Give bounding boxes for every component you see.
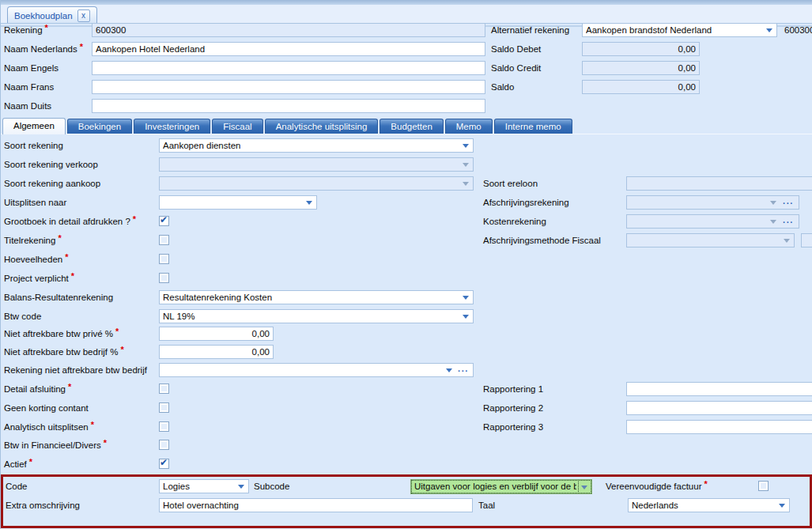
dropdown-arrow-icon (463, 182, 469, 186)
tab-bar: AlgemeenBoekingenInvesteringenFiscaalAna… (2, 119, 574, 134)
naam-engels-field[interactable] (92, 61, 485, 75)
soort-rekening-aankoop-dropdown (159, 176, 474, 191)
afschrijvingsmethode-label: Afschrijvingsmethode Fiscaal (483, 233, 601, 247)
extra-omschrijving-field[interactable] (159, 498, 473, 512)
subcode-label: Subcode (254, 479, 289, 493)
rapportering3-field[interactable] (626, 420, 812, 434)
analytisch-uitsplitsen-label: Analytisch uitsplitsen* (4, 420, 94, 434)
code-label: Code (6, 479, 28, 493)
balans-resultatenrekening-dropdown[interactable]: Resultatenrekening Kosten (159, 290, 474, 304)
soort-rekening-label: Soort rekening (4, 138, 63, 153)
afschrijvingsrekening-label: Afschrijvingsrekening (483, 195, 569, 210)
analytisch-uitsplitsen-checkbox[interactable] (159, 421, 169, 432)
afschrijvingsmethode-dropdown (626, 233, 795, 247)
required-asterisk: * (120, 345, 123, 354)
soort-rekening-dropdown[interactable]: Aankopen diensten (159, 138, 474, 153)
saldo-debet-field (582, 42, 700, 56)
document-tab-boekhoudplan[interactable]: Boekhoudplan x (7, 6, 97, 24)
alternatief-rekening-label: Alternatief rekening (491, 23, 569, 37)
required-asterisk: * (91, 420, 94, 429)
naam-nederlands-label: Naam Nederlands* (4, 42, 83, 56)
uitsplitsen-naar-label: Uitsplitsen naar (4, 195, 66, 210)
rekening-field[interactable] (92, 23, 485, 37)
required-asterisk: * (68, 382, 71, 391)
geen-korting-checkbox[interactable] (159, 402, 169, 413)
alternatief-rekening-code: 600300 (784, 23, 812, 37)
hoeveelheden-label: Hoeveelheden* (4, 252, 68, 266)
rekening-naft-dropdown[interactable]: ··· (159, 363, 474, 377)
close-icon[interactable]: x (77, 9, 90, 22)
titelrekening-checkbox[interactable] (159, 235, 169, 245)
dropdown-arrow-icon (463, 163, 469, 167)
tab-analytische-uitsplitsing[interactable]: Analytische uitsplitsing (265, 119, 379, 134)
tab-algemeen[interactable]: Algemeen (2, 118, 66, 134)
rapportering3-label: Rapportering 3 (483, 420, 543, 434)
alternatief-rekening-dropdown[interactable]: Aankopen brandstof Nederland (582, 23, 777, 37)
tab-interne-memo[interactable]: Interne memo (494, 119, 572, 134)
tab-fiscaal[interactable]: Fiscaal (212, 119, 262, 134)
btw-bedrijf-field[interactable] (159, 345, 274, 359)
rapportering2-field[interactable] (626, 401, 812, 415)
saldo-credit-label: Saldo Credit (491, 61, 541, 75)
grootboek-detail-checkbox[interactable] (159, 216, 169, 226)
taal-dropdown[interactable]: Nederlands (628, 498, 790, 512)
soort-ereloon-field (626, 176, 812, 191)
required-asterisk: * (115, 327, 119, 336)
btw-code-label: Btw code (4, 309, 41, 323)
required-asterisk: * (71, 271, 74, 281)
subcode-dropdown[interactable]: Uitgaven voor logies en verblijf voor de… (410, 479, 592, 494)
project-verplicht-label: Project verplicht* (4, 271, 74, 285)
naam-engels-label: Naam Engels (4, 61, 59, 75)
saldo-credit-field (582, 61, 700, 75)
soort-rekening-verkoop-label: Soort rekening verkoop (4, 157, 98, 172)
btw-prive-field[interactable] (159, 327, 274, 341)
detail-afsluiting-checkbox[interactable] (159, 384, 169, 394)
rapportering1-label: Rapportering 1 (483, 382, 543, 396)
ellipsis-button[interactable]: ··· (783, 216, 794, 229)
code-dropdown[interactable]: Logies (159, 479, 249, 493)
titelrekening-label: Titelrekening* (4, 233, 62, 247)
vereenvoudigde-factuur-checkbox[interactable] (758, 481, 769, 491)
dropdown-arrow-icon (581, 486, 587, 489)
dropdown-arrow-icon (238, 485, 244, 489)
project-verplicht-checkbox[interactable] (159, 273, 169, 283)
kostenrekening-label: Kostenrekening (483, 214, 546, 229)
uitsplitsen-naar-dropdown[interactable] (159, 195, 317, 210)
divider (1, 134, 812, 134)
dropdown-arrow-icon (770, 220, 776, 224)
actief-label: Actief* (4, 457, 32, 471)
required-asterisk: * (45, 23, 48, 32)
naam-frans-field[interactable] (92, 80, 485, 94)
dropdown-arrow-icon (766, 28, 772, 32)
actief-checkbox[interactable] (159, 459, 169, 469)
ellipsis-button[interactable]: ··· (458, 365, 469, 377)
dropdown-arrow-icon (463, 315, 469, 319)
required-asterisk: * (58, 233, 61, 243)
rapportering1-field[interactable] (626, 382, 812, 396)
geen-korting-label: Geen korting contant (4, 401, 89, 415)
detail-afsluiting-label: Detail afsluiting* (4, 382, 71, 396)
btw-bedrijf-label: Niet aftrekbare btw bedrijf %* (4, 345, 124, 359)
required-asterisk: * (704, 479, 707, 489)
extra-omschrijving-label: Extra omschrijving (6, 498, 80, 512)
hoeveelheden-checkbox[interactable] (159, 254, 169, 264)
saldo-label: Saldo (491, 80, 514, 94)
dropdown-arrow-icon (446, 368, 452, 372)
ellipsis-button[interactable]: ··· (783, 197, 794, 210)
tab-boekingen[interactable]: Boekingen (67, 119, 132, 134)
required-asterisk: * (104, 438, 107, 448)
btw-code-dropdown[interactable]: NL 19% (159, 309, 474, 323)
btw-financieel-checkbox[interactable] (159, 440, 169, 450)
kostenrekening-dropdown: ··· (626, 214, 799, 229)
dropdown-arrow-icon (463, 144, 469, 148)
naam-duits-field[interactable] (92, 99, 485, 113)
tab-budgetten[interactable]: Budgetten (380, 119, 443, 134)
document-tab-label: Boekhoudplan (14, 11, 73, 21)
required-asterisk: * (29, 457, 32, 467)
soort-ereloon-label: Soort ereloon (483, 176, 538, 191)
vereenvoudigde-factuur-label: Vereenvoudigde factuur* (606, 479, 708, 493)
naam-nederlands-field[interactable] (92, 42, 485, 56)
tab-memo[interactable]: Memo (445, 119, 493, 134)
dropdown-arrow-icon (463, 296, 469, 300)
tab-investeringen[interactable]: Investeringen (134, 119, 210, 134)
